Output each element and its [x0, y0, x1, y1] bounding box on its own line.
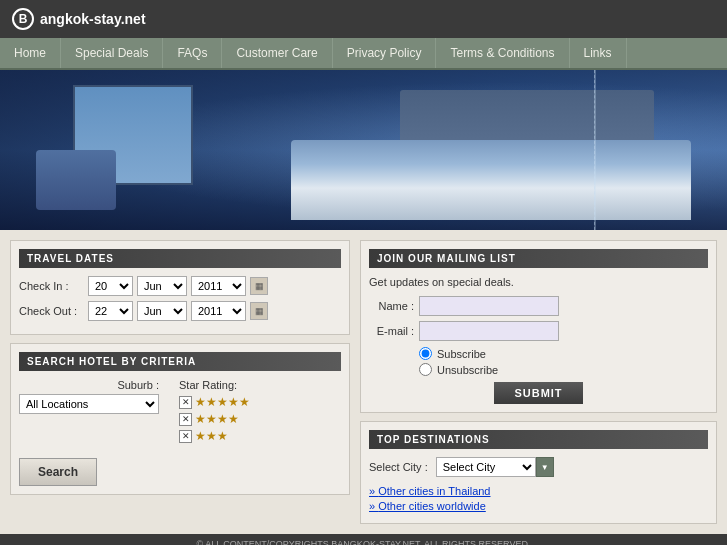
nav-privacy-policy[interactable]: Privacy Policy — [333, 38, 437, 68]
hero-divider — [594, 70, 596, 230]
nav-terms[interactable]: Terms & Conditions — [436, 38, 569, 68]
criteria-header: Search Hotel By Criteria — [19, 352, 341, 371]
star-5-checkbox[interactable] — [179, 396, 192, 409]
checkout-year-select[interactable]: 2011 — [191, 301, 246, 321]
city-select-wrapper: Select City ▼ — [436, 457, 554, 477]
name-label: Name : — [369, 300, 414, 312]
checkin-row: Check In : 20 Jun 2011 ▦ — [19, 276, 341, 296]
radio-group: Subscribe Unsubscribe — [419, 347, 708, 376]
hero-bed — [291, 140, 691, 220]
star-3-label: ★★★ — [195, 429, 228, 443]
checkout-day-select[interactable]: 22 — [88, 301, 133, 321]
checkin-year-select[interactable]: 2011 — [191, 276, 246, 296]
checkout-calendar-icon[interactable]: ▦ — [250, 302, 268, 320]
checkin-calendar-icon[interactable]: ▦ — [250, 277, 268, 295]
subscribe-label: Subscribe — [437, 348, 486, 360]
checkin-day-select[interactable]: 20 — [88, 276, 133, 296]
star-row-4: ★★★★ — [179, 412, 341, 426]
city-label: Select City : — [369, 461, 428, 473]
star-rating-label: Star Rating: — [179, 379, 341, 391]
star-rating-col: Star Rating: ★★★★★ ★★★★ ★★★ — [179, 379, 341, 446]
navbar: Home Special Deals FAQs Customer Care Pr… — [0, 38, 727, 70]
suburb-select[interactable]: All Locations — [19, 394, 159, 414]
site-header: B angkok-stay.net — [0, 0, 727, 38]
subscribe-row: Subscribe — [419, 347, 708, 360]
name-row: Name : — [369, 296, 708, 316]
email-label: E-mail : — [369, 325, 414, 337]
suburb-area: Suburb : All Locations — [19, 379, 159, 446]
travel-dates-header: Travel Dates — [19, 249, 341, 268]
mailing-header: Join Our Mailing List — [369, 249, 708, 268]
thailand-cities-link[interactable]: Other cities in Thailand — [369, 485, 708, 497]
star-row-5: ★★★★★ — [179, 395, 341, 409]
checkout-label: Check Out : — [19, 305, 84, 317]
unsubscribe-row: Unsubscribe — [419, 363, 708, 376]
email-row: E-mail : — [369, 321, 708, 341]
footer: © ALL CONTENT/COPYRIGHTS BANGKOK-STAY.NE… — [0, 534, 727, 545]
checkin-month-select[interactable]: Jun — [137, 276, 187, 296]
logo-icon: B — [12, 8, 34, 30]
destinations-header: Top Destinations — [369, 430, 708, 449]
suburb-label: Suburb : — [19, 379, 159, 391]
unsubscribe-label: Unsubscribe — [437, 364, 498, 376]
nav-home[interactable]: Home — [0, 38, 61, 68]
star-5-label: ★★★★★ — [195, 395, 250, 409]
search-button[interactable]: Search — [19, 458, 97, 486]
nav-links[interactable]: Links — [570, 38, 627, 68]
star-3-checkbox[interactable] — [179, 430, 192, 443]
star-4-checkbox[interactable] — [179, 413, 192, 426]
search-criteria-section: Search Hotel By Criteria Suburb : All Lo… — [10, 343, 350, 495]
mailing-section: Join Our Mailing List Get updates on spe… — [360, 240, 717, 413]
city-row: Select City : Select City ▼ — [369, 457, 708, 477]
right-panel: Join Our Mailing List Get updates on spe… — [360, 240, 717, 524]
nav-customer-care[interactable]: Customer Care — [222, 38, 332, 68]
name-input[interactable] — [419, 296, 559, 316]
email-input[interactable] — [419, 321, 559, 341]
star-row-3: ★★★ — [179, 429, 341, 443]
star-rating-area: Suburb : All Locations Star Rating: ★★★★… — [19, 379, 341, 446]
submit-button[interactable]: Submit — [494, 382, 582, 404]
footer-text: © ALL CONTENT/COPYRIGHTS BANGKOK-STAY.NE… — [197, 539, 531, 545]
nav-special-deals[interactable]: Special Deals — [61, 38, 163, 68]
checkout-row: Check Out : 22 Jun 2011 ▦ — [19, 301, 341, 321]
subscribe-radio[interactable] — [419, 347, 432, 360]
worldwide-cities-link[interactable]: Other cities worldwide — [369, 500, 708, 512]
checkin-label: Check In : — [19, 280, 84, 292]
hero-chair — [36, 150, 116, 210]
unsubscribe-radio[interactable] — [419, 363, 432, 376]
mailing-desc: Get updates on special deals. — [369, 276, 708, 288]
destinations-section: Top Destinations Select City : Select Ci… — [360, 421, 717, 524]
site-title: angkok-stay.net — [40, 11, 146, 27]
star-4-label: ★★★★ — [195, 412, 239, 426]
hero-image — [0, 70, 727, 230]
city-select-dropdown-icon[interactable]: ▼ — [536, 457, 554, 477]
left-panel: Travel Dates Check In : 20 Jun 2011 ▦ Ch… — [10, 240, 350, 524]
nav-faqs[interactable]: FAQs — [163, 38, 222, 68]
checkout-month-select[interactable]: Jun — [137, 301, 187, 321]
travel-dates-section: Travel Dates Check In : 20 Jun 2011 ▦ Ch… — [10, 240, 350, 335]
city-select[interactable]: Select City — [436, 457, 536, 477]
main-content: Travel Dates Check In : 20 Jun 2011 ▦ Ch… — [0, 230, 727, 534]
